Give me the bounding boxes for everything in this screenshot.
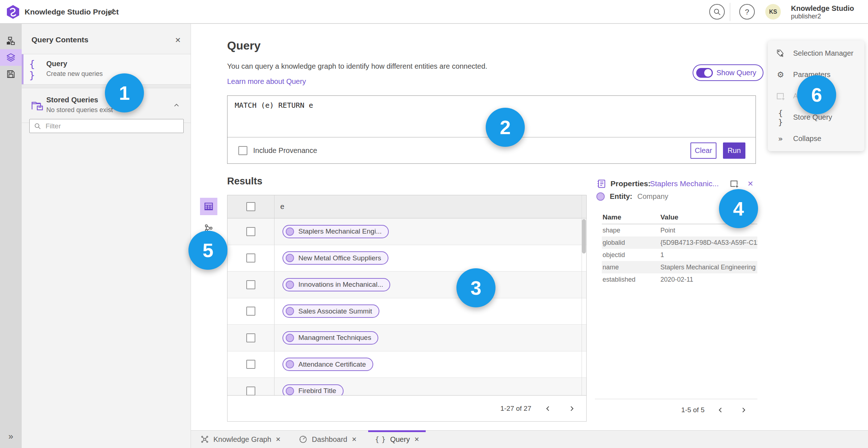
dashboard-gauge-icon — [299, 435, 307, 444]
stored-queries-label: Stored Queries — [46, 96, 98, 104]
row-checkbox[interactable] — [246, 253, 255, 263]
table-scrollbar-track[interactable] — [582, 195, 586, 395]
results-table-body: Staplers Mechanical Engi... New Metal Of… — [227, 218, 586, 395]
rail-expand-button[interactable]: » — [0, 431, 22, 441]
entity-dot-icon — [286, 227, 294, 236]
table-row: Innovations in Mechanical... — [227, 272, 586, 298]
gear-icon: ⚙ — [776, 70, 785, 79]
rail-sitemap-button[interactable] — [0, 33, 22, 49]
pencil-icon — [107, 7, 118, 17]
entity-dot-icon — [286, 254, 294, 262]
include-provenance-checkbox[interactable] — [238, 146, 247, 155]
results-table: e Staplers Mechanical Engi... New Metal … — [227, 195, 587, 422]
help-icon: ? — [745, 8, 749, 16]
left-icon-rail: » — [0, 24, 22, 448]
entity-chip[interactable]: Staplers Mechanical Engi... — [282, 225, 389, 238]
entity-chip[interactable]: Attendance Certificate — [282, 358, 373, 371]
menu-item-collapse[interactable]: » Collapse — [768, 128, 864, 149]
properties-page-range: 1-5 of 5 — [681, 406, 705, 414]
entity-dot-icon — [286, 281, 294, 289]
properties-next-page-button[interactable] — [736, 403, 751, 417]
menu-item-selection-manager[interactable]: Selection Manager — [768, 43, 864, 64]
properties-pagination: 1-5 of 5 — [595, 399, 757, 421]
tab-dashboard[interactable]: Dashboard ✕ — [292, 431, 363, 448]
name-column-header: Name — [602, 213, 660, 224]
user-avatar[interactable]: KS — [765, 4, 781, 20]
table-row: Managment Techniques — [227, 325, 586, 351]
row-checkbox[interactable] — [246, 333, 255, 342]
braces-icon: { } — [776, 108, 785, 127]
select-all-cell — [227, 195, 275, 218]
table-scrollbar-thumb[interactable] — [582, 219, 586, 253]
properties-entity-link[interactable]: Staplers Mechanic... — [650, 179, 719, 188]
filter-input[interactable] — [46, 122, 179, 130]
row-checkbox[interactable] — [246, 307, 255, 316]
app-logo-icon — [7, 5, 20, 19]
entity-chip[interactable]: Innovations in Mechanical... — [282, 278, 390, 291]
show-query-label: Show Query — [716, 69, 756, 77]
entity-chip[interactable]: Sales Associate Summit — [282, 304, 379, 318]
results-heading: Results — [227, 176, 263, 187]
tab-close-button[interactable]: ✕ — [352, 436, 357, 443]
app-root: Knowledge Studio Project ? KS Knowledge … — [0, 0, 868, 448]
table-row: New Metal Office Suppliers — [227, 245, 586, 272]
add-to-new-window-button[interactable] — [729, 178, 742, 189]
clear-button[interactable]: Clear — [690, 142, 716, 159]
properties-title: Properties: — [610, 179, 651, 188]
tab-close-button[interactable]: ✕ — [276, 436, 281, 443]
properties-close-button[interactable]: ✕ — [745, 178, 756, 189]
collapse-section-button[interactable] — [173, 99, 185, 111]
properties-prev-page-button[interactable] — [713, 403, 728, 417]
results-prev-page-button[interactable] — [541, 401, 555, 416]
annotation-circle-3: 3 — [456, 268, 495, 307]
expand-chevrons-icon: » — [8, 431, 13, 441]
query-description: You can query a knowledge graph to ident… — [227, 62, 487, 71]
rail-layers-button[interactable] — [0, 49, 22, 66]
entity-chip[interactable]: Firebird Title — [282, 384, 344, 395]
table-view-button[interactable] — [200, 198, 217, 215]
row-checkbox[interactable] — [246, 360, 255, 369]
property-row: established2020-02-11 — [602, 273, 757, 286]
filter-field — [29, 119, 184, 133]
save-icon — [6, 69, 16, 79]
bottom-tab-strip: Knowledge Graph ✕ Dashboard ✕ { } Query … — [191, 430, 868, 448]
search-button[interactable] — [709, 4, 725, 20]
user-info[interactable]: Knowledge Studio publisher2 — [791, 4, 854, 20]
show-query-toggle[interactable]: Show Query — [693, 64, 763, 81]
entity-chip[interactable]: Managment Techniques — [282, 331, 378, 345]
collapse-chevrons-icon: » — [776, 134, 785, 143]
tab-close-button[interactable]: ✕ — [414, 436, 419, 443]
results-next-page-button[interactable] — [565, 401, 579, 416]
row-checkbox[interactable] — [246, 227, 255, 236]
tab-knowledge-graph[interactable]: Knowledge Graph ✕ — [194, 431, 287, 448]
toggle-switch — [696, 68, 713, 78]
chevron-right-icon — [740, 406, 747, 414]
select-all-checkbox[interactable] — [246, 202, 255, 211]
property-row: globalid{5D9B4713-F98D-4A53-A59F-C11... — [602, 236, 757, 249]
edit-title-button[interactable] — [107, 7, 118, 17]
row-checkbox[interactable] — [246, 387, 255, 395]
close-icon: ✕ — [748, 180, 754, 188]
tab-query[interactable]: { } Query ✕ — [368, 431, 426, 448]
query-heading: Query — [227, 39, 260, 52]
add-window-icon — [729, 179, 742, 188]
run-button[interactable]: Run — [723, 142, 745, 159]
table-icon — [204, 201, 214, 212]
table-row: Sales Associate Summit — [227, 298, 586, 325]
page-title: Knowledge Studio Project — [25, 8, 119, 16]
results-pagination: 1-27 of 27 — [227, 395, 586, 421]
rail-save-button[interactable] — [0, 66, 22, 82]
add-window-icon — [776, 91, 785, 101]
contents-panel-close-button[interactable]: ✕ — [172, 34, 184, 46]
help-button[interactable]: ? — [739, 4, 755, 20]
sitemap-icon — [6, 36, 16, 46]
stored-queries-description: No stored queries exist — [46, 106, 113, 114]
chevron-up-icon — [173, 101, 185, 109]
annotation-circle-5: 5 — [188, 231, 227, 270]
sidebar-item-query[interactable]: { } Query Create new queries — [22, 54, 191, 85]
results-table-header: e — [227, 195, 586, 218]
entity-chip[interactable]: New Metal Office Suppliers — [282, 251, 388, 265]
learn-more-link[interactable]: Learn more about Query — [227, 77, 306, 86]
row-checkbox[interactable] — [246, 280, 255, 289]
property-row: objectid1 — [602, 249, 757, 261]
